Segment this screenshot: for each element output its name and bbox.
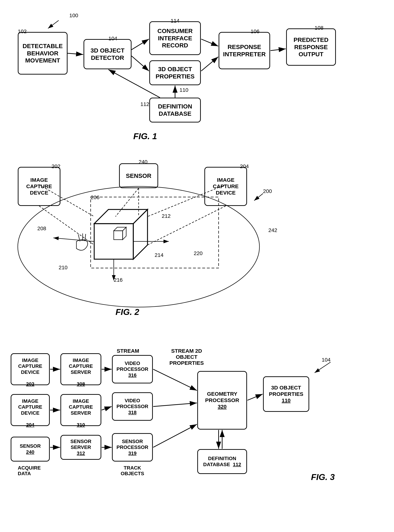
box-img-cap-204: IMAGE CAPTURE DEVICE xyxy=(204,167,247,206)
svg-line-9 xyxy=(48,20,59,28)
svg-marker-14 xyxy=(94,209,147,224)
box-sensor-srv-312: SENSOR SERVER 312 xyxy=(60,435,101,460)
svg-marker-18 xyxy=(123,227,126,240)
ref-204-fig2: 204 xyxy=(240,163,249,169)
ref-240-fig2: 240 xyxy=(139,159,147,165)
box-consumer: CONSUMER INTERFACE RECORD xyxy=(149,21,201,55)
ref-242: 242 xyxy=(268,227,277,233)
ref-112: 112 xyxy=(140,101,149,107)
svg-line-1 xyxy=(67,53,83,55)
ref-100: 100 xyxy=(69,12,78,18)
box-response: RESPONSE INTERPRETER xyxy=(219,32,270,69)
ref-202-fig2: 202 xyxy=(52,163,60,169)
box-img-cap-dev-204: IMAGE CAPTURE DEVICE 204 xyxy=(11,394,50,426)
box-img-cap-202: IMAGE CAPTURE DEVCE xyxy=(18,167,60,206)
box-3d-props: 3D OBJECT PROPERTIES xyxy=(149,60,201,85)
box-definition: DEFINITION DATABASE xyxy=(149,98,201,122)
svg-line-5 xyxy=(201,57,218,71)
fig1-container: 100 DETECTABLE BEHAVIOR MOVEMENT 102 3D … xyxy=(9,11,382,149)
svg-line-38 xyxy=(102,406,112,410)
ref-210: 210 xyxy=(59,264,67,270)
fig3-label: FIG. 3 xyxy=(311,472,335,482)
ref-108: 108 xyxy=(315,25,323,31)
svg-line-46 xyxy=(315,362,331,373)
fig3-container: IMAGE CAPTURE DEVICE 202 IMAGE CAPTURE D… xyxy=(9,348,382,522)
ref-200: 200 xyxy=(263,188,272,194)
box-sensor-fig3: SENSOR 240 xyxy=(11,437,50,461)
ref-220: 220 xyxy=(194,250,202,256)
svg-line-40 xyxy=(153,369,197,390)
svg-line-2 xyxy=(131,39,149,50)
svg-marker-15 xyxy=(133,209,147,259)
svg-line-21 xyxy=(85,234,86,241)
svg-marker-16 xyxy=(114,231,123,240)
svg-line-32 xyxy=(254,193,263,201)
ref-104-fig3: 104 xyxy=(322,357,331,363)
box-predicted: PREDICTED RESPONSE OUTPUT xyxy=(286,28,336,66)
svg-line-42 xyxy=(153,424,197,447)
box-video-proc-318: VIDEO PROCESSOR 318 xyxy=(112,392,153,421)
svg-line-27 xyxy=(115,188,139,217)
svg-line-19 xyxy=(78,234,80,241)
box-detectable: DETECTABLE BEHAVIOR MOVEMENT xyxy=(18,32,67,75)
box-sensor-proc-319: SENSOR PROCESSOR 319 xyxy=(112,433,153,461)
svg-marker-13 xyxy=(94,224,133,259)
ref-212: 212 xyxy=(162,213,171,219)
ref-208: 208 xyxy=(37,225,46,232)
box-geometry-proc: GEOMETRY PROCESSOR 320 xyxy=(197,371,247,430)
fig2-container: IMAGE CAPTURE DEVCE 202 SENSOR 240 IMAGE… xyxy=(9,153,382,337)
svg-line-3 xyxy=(131,56,149,71)
svg-line-24 xyxy=(39,206,94,245)
box-video-proc-316: VIDEO PROCESSOR 316 xyxy=(112,355,153,383)
ref-110: 110 xyxy=(180,87,188,93)
label-stream-2d: STREAM 2D OBJECT PROPERTIES xyxy=(164,348,210,366)
ref-206: 206 xyxy=(91,194,99,200)
ref-102: 102 xyxy=(18,28,27,35)
fig1-label: FIG. 1 xyxy=(133,131,157,141)
label-track: TRACK OBJECTS xyxy=(112,465,153,476)
box-img-cap-dev-202: IMAGE CAPTURE DEVICE 202 xyxy=(11,353,50,385)
ref-216: 216 xyxy=(114,277,123,283)
ref-104: 104 xyxy=(109,35,117,41)
box-sensor-fig2: SENSOR xyxy=(119,163,158,188)
box-definition-fig3: DEFINITION DATABASE 112 xyxy=(197,449,247,474)
svg-line-41 xyxy=(153,403,197,406)
fig2-label: FIG. 2 xyxy=(115,307,139,317)
svg-line-43 xyxy=(247,394,263,400)
box-3d-detector: 3D OBJECT DETECTOR xyxy=(83,39,131,69)
svg-line-4 xyxy=(201,39,218,46)
ref-106: 106 xyxy=(251,28,259,35)
ref-114: 114 xyxy=(171,18,180,24)
svg-line-22 xyxy=(53,238,94,241)
svg-line-26 xyxy=(147,206,226,245)
box-img-cap-srv-310: IMAGE CAPTURE SERVER 310 xyxy=(60,394,101,426)
svg-marker-17 xyxy=(114,227,126,231)
box-img-cap-srv-308: IMAGE CAPTURE SERVER 308 xyxy=(60,353,101,385)
label-acquire: ACQUIRE DATA xyxy=(18,465,41,476)
box-3d-obj-props-fig3: 3D OBJECT PROPERTIES 110 xyxy=(263,376,309,412)
fig2-scene xyxy=(9,153,382,330)
svg-line-6 xyxy=(270,49,286,51)
ref-214: 214 xyxy=(155,252,164,258)
